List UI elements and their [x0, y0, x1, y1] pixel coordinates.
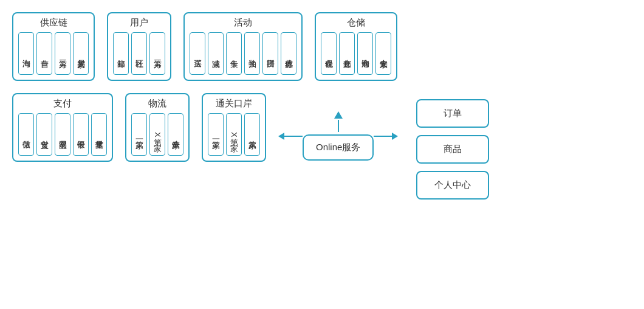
bottom-row: 支付 微信 支付宝 网易宝 银行卡 苹果支付 物流 第一家 第X家 第十八家 通…: [12, 93, 638, 200]
arrow-up-line: [338, 120, 339, 132]
item-weixin: 微信: [18, 113, 34, 156]
up-arrow-wrapper: [334, 111, 343, 132]
group-warehouse: 仓储 保税仓 直邮仓 海购仓 大宗仓库: [315, 12, 397, 81]
item-customs-8: 第八家: [244, 113, 260, 156]
arrow-left-line: [284, 136, 303, 137]
item-pintuan: 拼团: [262, 32, 278, 75]
item-youxiang: 邮箱: [113, 32, 129, 75]
arrow-right-head: [392, 133, 398, 140]
arrow-up-head: [334, 111, 343, 119]
user-title: 用户: [113, 17, 165, 29]
payment-items: 微信 支付宝 网易宝 银行卡 苹果支付: [18, 113, 107, 156]
box-personal-center: 个人中心: [416, 171, 489, 200]
supply-chain-items: 海淘 自营 第三方 大宗贸易: [18, 32, 89, 75]
logistics-items: 第一家 第X家 第十八家: [131, 113, 183, 156]
warehouse-title: 仓储: [321, 17, 391, 29]
online-service-box: Online服务: [303, 134, 374, 161]
group-activity: 活动 买送 满减 集卡 抽奖 拼团 优惠券: [183, 12, 303, 81]
online-box-wrapper: Online服务: [303, 111, 374, 161]
arrow-left-head: [278, 133, 284, 140]
arrow-right-line: [374, 136, 392, 137]
item-logistics-x: 第X家: [149, 113, 165, 156]
user-items: 邮箱 社区 第三方: [113, 32, 165, 75]
group-user: 用户 邮箱 社区 第三方: [107, 12, 171, 81]
arrow-right-group: [374, 133, 398, 140]
item-dazong: 大宗贸易: [73, 32, 89, 75]
item-logistics-18: 第十八家: [168, 113, 183, 156]
box-product: 商品: [416, 135, 489, 164]
item-choujiang: 抽奖: [244, 32, 260, 75]
item-logistics-1: 第一家: [131, 113, 147, 156]
group-supply-chain: 供应链 海淘 自营 第三方 大宗贸易: [12, 12, 95, 81]
item-zhiyoucang: 直邮仓: [339, 32, 355, 75]
warehouse-items: 保税仓 直邮仓 海购仓 大宗仓库: [321, 32, 391, 75]
payment-title: 支付: [18, 98, 107, 109]
customs-title: 通关口岸: [208, 98, 260, 109]
item-shequ: 社区: [131, 32, 147, 75]
diagram: 供应链 海淘 自营 第三方 大宗贸易 用户 邮箱 社区 第三方 活动 买送 满减: [0, 0, 644, 309]
group-customs: 通关口岸 第一家 第X家 第八家: [202, 93, 266, 162]
item-youhuiquan: 优惠券: [281, 32, 296, 75]
supply-chain-title: 供应链: [18, 17, 89, 29]
group-payment: 支付 微信 支付宝 网易宝 银行卡 苹果支付: [12, 93, 113, 162]
item-zhifubao: 支付宝: [36, 113, 52, 156]
activity-title: 活动: [190, 17, 296, 29]
item-wangyibao: 网易宝: [55, 113, 70, 156]
top-row: 供应链 海淘 自营 第三方 大宗贸易 用户 邮箱 社区 第三方 活动 买送 满减: [12, 12, 638, 81]
activity-items: 买送 满减 集卡 抽奖 拼团 优惠券: [190, 32, 296, 75]
item-disanfang-user: 第三方: [149, 32, 165, 75]
item-haigoucang: 海购仓: [357, 32, 373, 75]
online-section: Online服务: [278, 111, 398, 161]
item-dazongcangku: 大宗仓库: [375, 32, 391, 75]
item-manj: 满减: [208, 32, 224, 75]
item-customs-1: 第一家: [208, 113, 224, 156]
item-ziying: 自营: [36, 32, 52, 75]
item-disanfang-sc: 第三方: [55, 32, 70, 75]
item-haitao: 海淘: [18, 32, 34, 75]
customs-items: 第一家 第X家 第八家: [208, 113, 260, 156]
item-apple-pay: 苹果支付: [91, 113, 107, 156]
box-order: 订单: [416, 99, 489, 128]
item-yinhangka: 银行卡: [73, 113, 89, 156]
item-jika: 集卡: [226, 32, 242, 75]
logistics-title: 物流: [131, 98, 183, 109]
right-boxes: 订单 商品 个人中心: [416, 99, 489, 200]
item-customs-x: 第X家: [226, 113, 242, 156]
group-logistics: 物流 第一家 第X家 第十八家: [125, 93, 190, 162]
arrow-left-group: [278, 133, 303, 140]
item-maisong: 买送: [190, 32, 205, 75]
item-baoshuicang: 保税仓: [321, 32, 337, 75]
